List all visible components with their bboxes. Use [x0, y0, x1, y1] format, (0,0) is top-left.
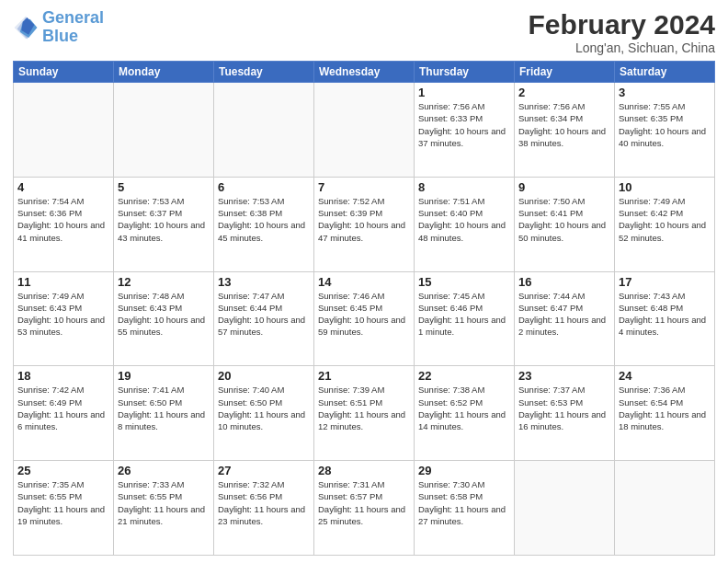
- day-cell: 21Sunrise: 7:39 AM Sunset: 6:51 PM Dayli…: [314, 366, 415, 461]
- day-number: 6: [218, 180, 310, 194]
- day-info: Sunrise: 7:31 AM Sunset: 6:57 PM Dayligh…: [318, 478, 410, 527]
- day-info: Sunrise: 7:48 AM Sunset: 6:43 PM Dayligh…: [118, 290, 210, 339]
- day-number: 25: [17, 464, 109, 477]
- logo-name: General Blue: [42, 9, 104, 46]
- logo-text-block: General Blue: [42, 9, 104, 46]
- day-number: 12: [118, 275, 210, 289]
- day-info: Sunrise: 7:51 AM Sunset: 6:40 PM Dayligh…: [418, 195, 510, 244]
- day-number: 23: [518, 369, 610, 383]
- day-number: 16: [518, 275, 610, 289]
- week-row-0: 1Sunrise: 7:56 AM Sunset: 6:33 PM Daylig…: [14, 83, 715, 178]
- day-cell: 10Sunrise: 7:49 AM Sunset: 6:42 PM Dayli…: [615, 177, 715, 271]
- day-number: 28: [318, 464, 410, 477]
- day-cell: 8Sunrise: 7:51 AM Sunset: 6:40 PM Daylig…: [415, 177, 515, 271]
- day-cell: 12Sunrise: 7:48 AM Sunset: 6:43 PM Dayli…: [114, 271, 214, 366]
- day-info: Sunrise: 7:52 AM Sunset: 6:39 PM Dayligh…: [318, 195, 410, 244]
- week-row-1: 4Sunrise: 7:54 AM Sunset: 6:36 PM Daylig…: [14, 177, 715, 271]
- day-number: 5: [118, 180, 210, 194]
- day-number: 11: [17, 275, 109, 289]
- day-info: Sunrise: 7:49 AM Sunset: 6:43 PM Dayligh…: [17, 290, 109, 339]
- day-number: 21: [318, 369, 410, 383]
- day-cell: 14Sunrise: 7:46 AM Sunset: 6:45 PM Dayli…: [314, 271, 415, 366]
- week-row-4: 25Sunrise: 7:35 AM Sunset: 6:55 PM Dayli…: [14, 461, 715, 556]
- day-info: Sunrise: 7:38 AM Sunset: 6:52 PM Dayligh…: [418, 384, 510, 432]
- day-number: 7: [318, 180, 410, 194]
- day-number: 10: [619, 180, 711, 194]
- day-info: Sunrise: 7:45 AM Sunset: 6:46 PM Dayligh…: [418, 290, 510, 339]
- day-cell: [114, 83, 214, 178]
- col-friday: Friday: [515, 62, 615, 83]
- day-info: Sunrise: 7:44 AM Sunset: 6:47 PM Dayligh…: [518, 290, 610, 339]
- day-number: 27: [218, 464, 310, 477]
- week-row-3: 18Sunrise: 7:42 AM Sunset: 6:49 PM Dayli…: [14, 366, 715, 461]
- day-cell: 15Sunrise: 7:45 AM Sunset: 6:46 PM Dayli…: [415, 271, 515, 366]
- col-monday: Monday: [114, 62, 214, 83]
- day-info: Sunrise: 7:56 AM Sunset: 6:33 PM Dayligh…: [418, 100, 510, 149]
- col-thursday: Thursday: [415, 62, 515, 83]
- day-number: 14: [318, 275, 410, 289]
- day-info: Sunrise: 7:40 AM Sunset: 6:50 PM Dayligh…: [218, 384, 310, 432]
- day-number: 13: [218, 275, 310, 289]
- day-cell: 7Sunrise: 7:52 AM Sunset: 6:39 PM Daylig…: [314, 177, 415, 271]
- day-number: 22: [418, 369, 510, 383]
- page: General Blue February 2024 Long'an, Sich…: [0, 0, 728, 563]
- header: General Blue February 2024 Long'an, Sich…: [13, 9, 715, 55]
- day-info: Sunrise: 7:36 AM Sunset: 6:54 PM Dayligh…: [619, 384, 711, 432]
- day-number: 19: [118, 369, 210, 383]
- day-number: 4: [17, 180, 109, 194]
- day-cell: 20Sunrise: 7:40 AM Sunset: 6:50 PM Dayli…: [214, 366, 314, 461]
- logo-line1: General: [42, 8, 104, 27]
- day-number: 8: [418, 180, 510, 194]
- week-row-2: 11Sunrise: 7:49 AM Sunset: 6:43 PM Dayli…: [14, 271, 715, 366]
- day-info: Sunrise: 7:49 AM Sunset: 6:42 PM Dayligh…: [619, 195, 711, 244]
- day-info: Sunrise: 7:42 AM Sunset: 6:49 PM Dayligh…: [17, 384, 109, 432]
- day-cell: 3Sunrise: 7:55 AM Sunset: 6:35 PM Daylig…: [615, 83, 715, 178]
- day-info: Sunrise: 7:50 AM Sunset: 6:41 PM Dayligh…: [518, 195, 610, 244]
- col-saturday: Saturday: [615, 62, 715, 83]
- day-number: 3: [619, 86, 711, 99]
- title-block: February 2024 Long'an, Sichuan, China: [529, 9, 715, 55]
- main-title: February 2024: [529, 9, 715, 40]
- day-info: Sunrise: 7:53 AM Sunset: 6:38 PM Dayligh…: [218, 195, 310, 244]
- day-info: Sunrise: 7:56 AM Sunset: 6:34 PM Dayligh…: [518, 100, 610, 149]
- day-cell: 26Sunrise: 7:33 AM Sunset: 6:55 PM Dayli…: [114, 461, 214, 556]
- logo-line2: Blue: [42, 27, 78, 45]
- day-cell: 9Sunrise: 7:50 AM Sunset: 6:41 PM Daylig…: [515, 177, 615, 271]
- day-info: Sunrise: 7:32 AM Sunset: 6:56 PM Dayligh…: [218, 478, 310, 527]
- calendar-table: Sunday Monday Tuesday Wednesday Thursday…: [13, 61, 715, 556]
- day-number: 9: [518, 180, 610, 194]
- day-cell: 16Sunrise: 7:44 AM Sunset: 6:47 PM Dayli…: [515, 271, 615, 366]
- day-number: 18: [17, 369, 109, 383]
- day-info: Sunrise: 7:54 AM Sunset: 6:36 PM Dayligh…: [17, 195, 109, 244]
- day-info: Sunrise: 7:30 AM Sunset: 6:58 PM Dayligh…: [418, 478, 510, 527]
- subtitle: Long'an, Sichuan, China: [529, 40, 715, 55]
- logo: General Blue: [13, 9, 104, 46]
- day-number: 2: [518, 86, 610, 99]
- day-cell: [214, 83, 314, 178]
- day-cell: 25Sunrise: 7:35 AM Sunset: 6:55 PM Dayli…: [14, 461, 114, 556]
- day-info: Sunrise: 7:43 AM Sunset: 6:48 PM Dayligh…: [619, 290, 711, 339]
- day-cell: 4Sunrise: 7:54 AM Sunset: 6:36 PM Daylig…: [14, 177, 114, 271]
- day-number: 15: [418, 275, 510, 289]
- day-number: 24: [619, 369, 711, 383]
- day-cell: 29Sunrise: 7:30 AM Sunset: 6:58 PM Dayli…: [415, 461, 515, 556]
- day-cell: 11Sunrise: 7:49 AM Sunset: 6:43 PM Dayli…: [14, 271, 114, 366]
- day-cell: 24Sunrise: 7:36 AM Sunset: 6:54 PM Dayli…: [615, 366, 715, 461]
- day-info: Sunrise: 7:41 AM Sunset: 6:50 PM Dayligh…: [118, 384, 210, 432]
- col-wednesday: Wednesday: [314, 62, 415, 83]
- day-number: 29: [418, 464, 510, 477]
- day-cell: [515, 461, 615, 556]
- calendar-body: 1Sunrise: 7:56 AM Sunset: 6:33 PM Daylig…: [14, 83, 715, 556]
- day-cell: 1Sunrise: 7:56 AM Sunset: 6:33 PM Daylig…: [415, 83, 515, 178]
- day-number: 17: [619, 275, 711, 289]
- day-info: Sunrise: 7:35 AM Sunset: 6:55 PM Dayligh…: [17, 478, 109, 527]
- col-sunday: Sunday: [14, 62, 114, 83]
- day-cell: 6Sunrise: 7:53 AM Sunset: 6:38 PM Daylig…: [214, 177, 314, 271]
- day-number: 20: [218, 369, 310, 383]
- day-info: Sunrise: 7:37 AM Sunset: 6:53 PM Dayligh…: [518, 384, 610, 432]
- calendar-header: Sunday Monday Tuesday Wednesday Thursday…: [14, 62, 715, 83]
- day-cell: 5Sunrise: 7:53 AM Sunset: 6:37 PM Daylig…: [114, 177, 214, 271]
- col-tuesday: Tuesday: [214, 62, 314, 83]
- day-cell: 19Sunrise: 7:41 AM Sunset: 6:50 PM Dayli…: [114, 366, 214, 461]
- day-info: Sunrise: 7:46 AM Sunset: 6:45 PM Dayligh…: [318, 290, 410, 339]
